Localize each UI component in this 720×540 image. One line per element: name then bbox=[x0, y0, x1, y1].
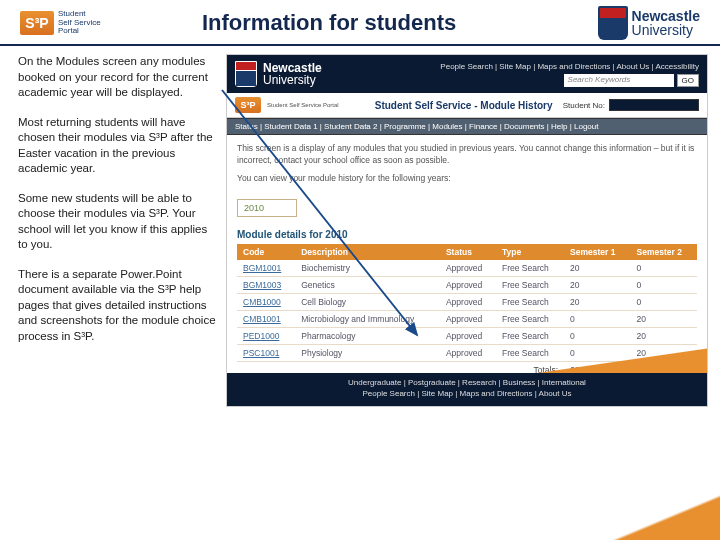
cell-code[interactable]: PSC1001 bbox=[237, 344, 295, 361]
cell-s1: 20 bbox=[564, 293, 630, 310]
student-number: Student No: bbox=[563, 99, 699, 111]
table-row: CMB1001Microbiology and ImmunologyApprov… bbox=[237, 310, 697, 327]
cell-status: Approved bbox=[440, 276, 496, 293]
explanatory-text: On the Modules screen any modules booked… bbox=[18, 54, 218, 407]
cell-status: Approved bbox=[440, 344, 496, 361]
table-row: PED1000PharmacologyApprovedFree Search02… bbox=[237, 327, 697, 344]
cell-status: Approved bbox=[440, 293, 496, 310]
cell-s2: 0 bbox=[631, 293, 698, 310]
uni-name-sub: University bbox=[632, 22, 693, 38]
cell-s2: 0 bbox=[631, 260, 698, 277]
para-1: On the Modules screen any modules booked… bbox=[18, 54, 218, 101]
topbar-right: People Search | Site Map | Maps and Dire… bbox=[440, 62, 699, 87]
cell-desc: Genetics bbox=[295, 276, 440, 293]
col-code: Code bbox=[237, 244, 295, 260]
shield-icon bbox=[598, 6, 628, 40]
footer-line-1[interactable]: Undergraduate | Postgraduate | Research … bbox=[227, 377, 707, 388]
cell-status: Approved bbox=[440, 327, 496, 344]
cell-status: Approved bbox=[440, 310, 496, 327]
col-desc: Description bbox=[295, 244, 440, 260]
go-button[interactable]: GO bbox=[677, 74, 699, 87]
cell-type: Free Search bbox=[496, 327, 564, 344]
s3p-mini-badge: S³P bbox=[235, 97, 261, 113]
s3p-badge: S³P bbox=[20, 11, 54, 35]
embedded-screenshot: Newcastle University People Search | Sit… bbox=[226, 54, 708, 407]
year-selector[interactable]: 2010 bbox=[237, 199, 297, 217]
newcastle-logo: Newcastle University bbox=[598, 6, 700, 40]
student-no-value bbox=[609, 99, 699, 111]
cell-type: Free Search bbox=[496, 276, 564, 293]
col-type: Type bbox=[496, 244, 564, 260]
cell-s2: 0 bbox=[631, 276, 698, 293]
cell-s1: 0 bbox=[564, 327, 630, 344]
tab-bar[interactable]: Status | Student Data 1 | Student Data 2… bbox=[227, 118, 707, 135]
cell-code[interactable]: BGM1003 bbox=[237, 276, 295, 293]
corner-decoration bbox=[602, 492, 720, 540]
cell-desc: Microbiology and Immunology bbox=[295, 310, 440, 327]
screen-title: Student Self Service - Module History bbox=[375, 100, 553, 111]
cell-s2: 20 bbox=[631, 327, 698, 344]
site-footer: Undergraduate | Postgraduate | Research … bbox=[227, 373, 707, 405]
search-row: Search Keywords GO bbox=[440, 74, 699, 87]
cell-desc: Pharmacology bbox=[295, 327, 440, 344]
col-s2: Semester 2 bbox=[631, 244, 698, 260]
para-2: Most returning students will have chosen… bbox=[18, 115, 218, 177]
section-heading: Module details for 2010 bbox=[227, 227, 707, 242]
cell-desc: Cell Biology bbox=[295, 293, 440, 310]
student-no-label: Student No: bbox=[563, 101, 605, 110]
cell-desc: Biochemistry bbox=[295, 260, 440, 277]
cell-status: Approved bbox=[440, 260, 496, 277]
site-logo: Newcastle University bbox=[235, 61, 322, 87]
slide-header: S³P Student Self Service Portal Informat… bbox=[0, 0, 720, 44]
cell-code[interactable]: PED1000 bbox=[237, 327, 295, 344]
para-4: There is a separate Power.Point document… bbox=[18, 267, 218, 345]
uni-name: Newcastle University bbox=[632, 9, 700, 37]
table-header-row: Code Description Status Type Semester 1 … bbox=[237, 244, 697, 260]
col-status: Status bbox=[440, 244, 496, 260]
cell-code[interactable]: BGM1001 bbox=[237, 260, 295, 277]
subhead-left: S³P Student Self Service Portal Student … bbox=[235, 97, 553, 113]
table-row: CMB1000Cell BiologyApprovedFree Search20… bbox=[237, 293, 697, 310]
table-row: BGM1003GeneticsApprovedFree Search200 bbox=[237, 276, 697, 293]
page-title: Information for students bbox=[61, 10, 598, 36]
divider bbox=[0, 44, 720, 46]
cell-code[interactable]: CMB1001 bbox=[237, 310, 295, 327]
desc-line-2: You can view your module history for the… bbox=[237, 173, 697, 185]
footer-decoration bbox=[527, 348, 707, 374]
footer-line-2[interactable]: People Search | Site Map | Maps and Dire… bbox=[227, 388, 707, 399]
main-content: On the Modules screen any modules booked… bbox=[0, 54, 720, 415]
para-3: Some new students will be able to choose… bbox=[18, 191, 218, 253]
cell-s1: 0 bbox=[564, 310, 630, 327]
cell-desc: Physiology bbox=[295, 344, 440, 361]
cell-s2: 20 bbox=[631, 310, 698, 327]
utility-nav[interactable]: People Search | Site Map | Maps and Dire… bbox=[440, 62, 699, 71]
site-name: Newcastle University bbox=[263, 62, 322, 86]
search-input[interactable]: Search Keywords bbox=[564, 74, 674, 87]
cell-s1: 20 bbox=[564, 260, 630, 277]
cell-type: Free Search bbox=[496, 293, 564, 310]
screen-description: This screen is a display of any modules … bbox=[227, 135, 707, 193]
sub-header: S³P Student Self Service Portal Student … bbox=[227, 93, 707, 118]
cell-type: Free Search bbox=[496, 310, 564, 327]
cell-code[interactable]: CMB1000 bbox=[237, 293, 295, 310]
shield-icon bbox=[235, 61, 257, 87]
cell-s1: 20 bbox=[564, 276, 630, 293]
cell-type: Free Search bbox=[496, 260, 564, 277]
table-row: BGM1001BiochemistryApprovedFree Search20… bbox=[237, 260, 697, 277]
col-s1: Semester 1 bbox=[564, 244, 630, 260]
site-topbar: Newcastle University People Search | Sit… bbox=[227, 55, 707, 93]
s3p-mini-text: Student Self Service Portal bbox=[267, 102, 339, 108]
desc-line-1: This screen is a display of any modules … bbox=[237, 143, 697, 167]
